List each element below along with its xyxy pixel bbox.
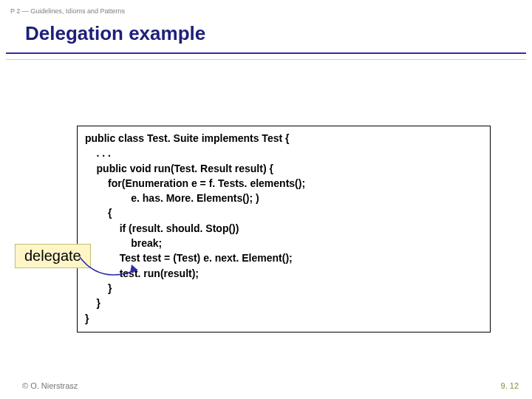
page-number: 9. 12 <box>501 381 519 390</box>
code-line: e. has. More. Elements(); ) <box>85 191 482 205</box>
code-line: { <box>85 205 482 220</box>
code-line: if (result. should. Stop()) <box>85 221 482 236</box>
code-line: break; <box>85 236 482 250</box>
breadcrumb: P 2 — Guidelines, Idioms and Patterns <box>0 0 532 15</box>
code-line: test. run(result); <box>85 266 482 281</box>
code-line: for(Enumeration e = f. Tests. elements()… <box>85 176 482 191</box>
delegate-callout: delegate <box>15 244 91 268</box>
code-line: public class Test. Suite implements Test… <box>85 131 482 146</box>
title-rule-shadow <box>6 54 526 60</box>
code-line: . . . <box>85 146 482 160</box>
code-line: Test test = (Test) e. next. Element(); <box>85 250 482 265</box>
code-box: public class Test. Suite implements Test… <box>77 126 491 332</box>
code-line: } <box>85 281 482 296</box>
code-line: } <box>85 311 482 326</box>
footer-copyright: © O. Nierstrasz <box>22 381 78 390</box>
code-line: public void run(Test. Result result) { <box>85 161 482 176</box>
page-title: Delegation example <box>0 15 532 52</box>
code-line: } <box>85 296 482 310</box>
